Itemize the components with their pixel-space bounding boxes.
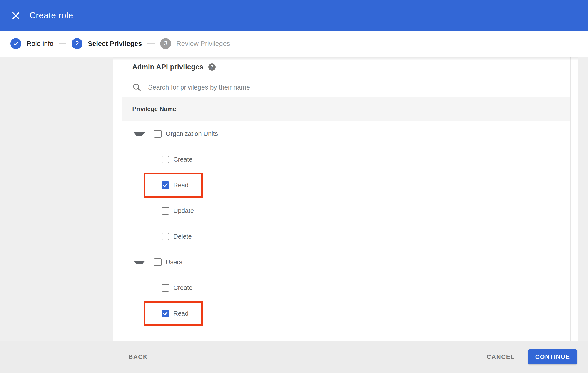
checkmark-icon — [162, 311, 168, 316]
step-label: Role info — [27, 40, 53, 47]
privilege-label: Delete — [173, 233, 192, 240]
privileges-panel: Admin API privileges ? Privilege Name Or… — [113, 57, 578, 341]
privilege-checkbox[interactable] — [154, 258, 162, 266]
table-row: Users — [122, 249, 570, 275]
privileges-table: Admin API privileges ? Privilege Name Or… — [122, 57, 570, 341]
panel-title: Admin API privileges — [132, 63, 203, 71]
privilege-label: Users — [166, 259, 182, 266]
search-row — [122, 77, 570, 97]
stepper-step-role-info[interactable]: Role info — [10, 38, 53, 49]
search-input[interactable] — [148, 83, 353, 91]
step-complete-icon — [10, 38, 21, 49]
privilege-table-body: Organization UnitsCreateReadUpdateDelete… — [122, 121, 570, 326]
help-icon[interactable]: ? — [208, 63, 216, 71]
table-row: Update — [122, 198, 570, 224]
continue-button[interactable]: CONTINUE — [528, 349, 577, 364]
privilege-label: Read — [173, 310, 189, 317]
back-button[interactable]: BACK — [127, 353, 149, 361]
privilege-checkbox[interactable] — [162, 310, 169, 317]
right-background-pane — [578, 57, 588, 341]
privilege-label: Create — [173, 156, 192, 163]
step-connector — [59, 43, 66, 44]
app-bar: Create role — [0, 0, 588, 31]
table-row: Organization Units — [122, 121, 570, 147]
privilege-label: Organization Units — [166, 130, 218, 137]
privilege-checkbox[interactable] — [162, 181, 169, 189]
table-column-header: Privilege Name — [122, 97, 570, 121]
close-icon[interactable] — [11, 11, 21, 21]
cancel-button[interactable]: CANCEL — [485, 353, 516, 361]
chevron-down-icon[interactable] — [133, 132, 145, 136]
step-number-badge: 2 — [72, 38, 83, 49]
table-row: Read — [122, 172, 570, 198]
checkmark-icon — [13, 41, 19, 47]
panel-heading-row: Admin API privileges ? — [122, 57, 570, 77]
privilege-label: Create — [173, 284, 192, 291]
privilege-label: Update — [173, 207, 194, 214]
privilege-label: Read — [173, 182, 189, 189]
step-label: Review Privileges — [176, 40, 230, 47]
stepper-step-select-privileges[interactable]: 2Select Privileges — [72, 38, 142, 49]
footer-actions: CANCEL CONTINUE — [485, 349, 588, 364]
step-connector — [147, 43, 155, 44]
step-number-badge: 3 — [160, 38, 171, 49]
footer-bar: BACK CANCEL CONTINUE — [0, 341, 588, 373]
dialog-title: Create role — [30, 11, 73, 21]
step-label: Select Privileges — [88, 40, 142, 47]
privilege-checkbox[interactable] — [162, 155, 169, 163]
table-row: Read — [122, 301, 570, 326]
privilege-checkbox[interactable] — [162, 284, 169, 292]
privilege-checkbox[interactable] — [162, 233, 169, 240]
checkmark-icon — [162, 182, 168, 188]
stepper-step-review-privileges[interactable]: 3Review Privileges — [160, 38, 230, 49]
table-row: Delete — [122, 224, 570, 249]
left-background-pane — [0, 57, 113, 341]
stepper: Role info2Select Privileges3Review Privi… — [0, 31, 588, 56]
table-row: Create — [122, 147, 570, 172]
privilege-checkbox[interactable] — [154, 130, 162, 138]
privilege-checkbox[interactable] — [162, 207, 169, 215]
chevron-down-icon[interactable] — [133, 260, 145, 264]
search-icon — [132, 83, 141, 92]
table-row: Create — [122, 275, 570, 301]
